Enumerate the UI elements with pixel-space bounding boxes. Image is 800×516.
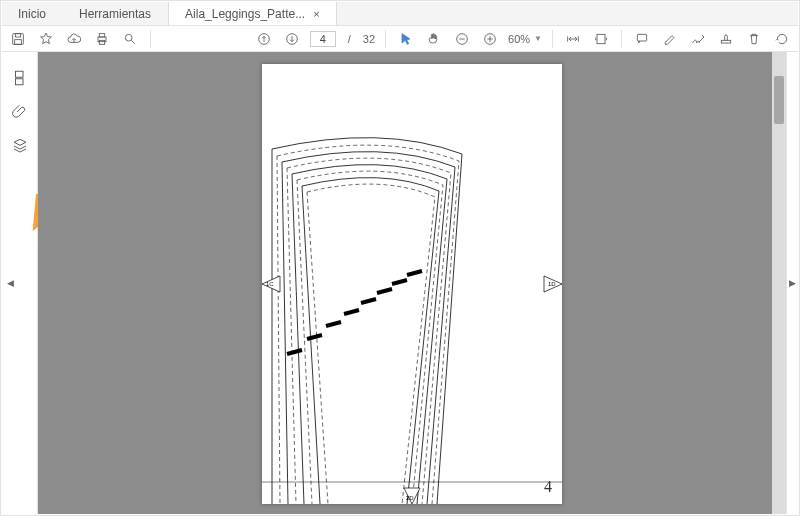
match-mark-bottom: 2D (406, 495, 414, 501)
rotate-icon[interactable] (772, 29, 792, 49)
svg-rect-16 (637, 34, 646, 41)
plus-circle-icon[interactable] (480, 29, 500, 49)
layers-icon[interactable] (10, 136, 30, 156)
svg-rect-2 (15, 39, 22, 44)
svg-line-23 (344, 310, 359, 314)
highlight-icon[interactable] (660, 29, 680, 49)
trash-icon[interactable] (744, 29, 764, 49)
pattern-graphic: 1C 1D 2D (262, 64, 562, 504)
svg-rect-1 (15, 33, 20, 36)
print-icon[interactable] (92, 29, 112, 49)
scrollbar-track[interactable] (772, 52, 786, 514)
right-rail: ▶ (786, 52, 798, 514)
attachment-icon[interactable] (10, 102, 30, 122)
separator (552, 30, 553, 48)
stamp-icon[interactable] (716, 29, 736, 49)
svg-line-26 (392, 280, 407, 284)
cursor-icon[interactable] (396, 29, 416, 49)
svg-line-21 (307, 335, 322, 339)
zoom-value: 60% (508, 33, 530, 45)
separator (150, 30, 151, 48)
tab-tools-label: Herramientas (79, 7, 151, 21)
svg-rect-17 (721, 40, 730, 43)
page-number-input[interactable] (310, 31, 336, 47)
svg-rect-19 (15, 79, 23, 85)
svg-line-20 (287, 350, 302, 354)
star-icon[interactable] (36, 29, 56, 49)
right-collapse-icon[interactable]: ▶ (789, 278, 796, 288)
hand-icon[interactable] (424, 29, 444, 49)
page-separator: / (348, 33, 351, 45)
svg-rect-15 (597, 34, 605, 43)
main-toolbar: / 32 60%▼ (2, 26, 798, 52)
zoom-select[interactable]: 60%▼ (508, 33, 542, 45)
page-number-label: 4 (544, 478, 552, 496)
side-rail: ◀ (2, 52, 38, 514)
document-viewport[interactable]: 1C 1D 2D 4 (38, 52, 786, 514)
pdf-page: 1C 1D 2D 4 (262, 64, 562, 504)
svg-line-27 (407, 271, 422, 275)
tab-home-label: Inicio (18, 7, 46, 21)
svg-rect-4 (99, 33, 104, 36)
tab-strip: Inicio Herramientas Aila_Leggings_Patte.… (2, 2, 798, 26)
separator (385, 30, 386, 48)
sign-icon[interactable] (688, 29, 708, 49)
scrollbar-thumb[interactable] (774, 76, 784, 124)
close-icon[interactable]: × (313, 8, 319, 20)
tab-home[interactable]: Inicio (2, 2, 63, 25)
svg-rect-18 (15, 71, 23, 77)
cloud-upload-icon[interactable] (64, 29, 84, 49)
minus-circle-icon[interactable] (452, 29, 472, 49)
match-mark-right: 1D (548, 281, 556, 287)
svg-line-24 (361, 299, 376, 303)
search-icon[interactable] (120, 29, 140, 49)
svg-line-22 (326, 322, 341, 326)
arrow-up-circle-icon[interactable] (254, 29, 274, 49)
thumbnails-icon[interactable] (10, 68, 30, 88)
svg-rect-5 (99, 40, 104, 44)
tab-tools[interactable]: Herramientas (63, 2, 168, 25)
svg-line-7 (131, 40, 134, 43)
svg-point-6 (125, 34, 132, 41)
fit-width-icon[interactable] (563, 29, 583, 49)
arrow-down-circle-icon[interactable] (282, 29, 302, 49)
match-mark-left: 1C (266, 281, 274, 287)
save-icon[interactable] (8, 29, 28, 49)
tab-document-label: Aila_Leggings_Patte... (185, 7, 305, 21)
comment-icon[interactable] (632, 29, 652, 49)
svg-line-25 (377, 289, 392, 293)
chevron-down-icon: ▼ (534, 34, 542, 43)
rail-collapse-icon[interactable]: ◀ (7, 278, 14, 288)
tab-document[interactable]: Aila_Leggings_Patte... × (168, 2, 337, 25)
separator (621, 30, 622, 48)
fit-page-icon[interactable] (591, 29, 611, 49)
page-total: 32 (363, 33, 375, 45)
